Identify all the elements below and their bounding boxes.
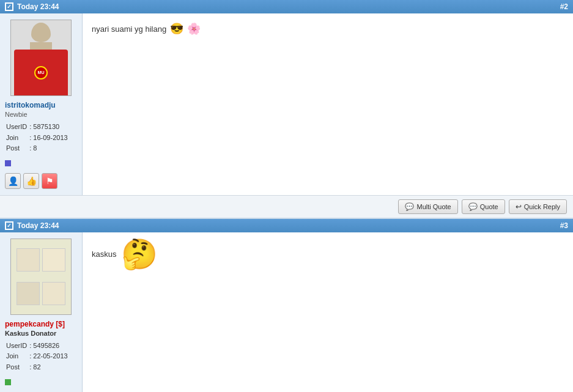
- post-3: ✓ Today 23:44 #3 pempekcandy [$] Kaskus …: [0, 219, 573, 392]
- post-2-avatar: MU: [10, 20, 72, 96]
- post-2-user-info: UserID : 5875130 Join : 16-09-2013 Post …: [5, 122, 77, 154]
- multi-quote-icon: 💬: [405, 202, 414, 211]
- post-3-avatar: [10, 239, 72, 315]
- post-3-text: kaskus: [92, 250, 116, 259]
- post-2-profile-btn[interactable]: 👤: [5, 173, 21, 189]
- post-2-report-btn[interactable]: ⚑: [42, 173, 57, 189]
- profile-icon: 👤: [8, 176, 18, 186]
- post-2-body: MU istritokomadju Newbie UserID : 587513…: [0, 13, 573, 195]
- check-icon: ✓: [5, 2, 13, 11]
- report-icon: ⚑: [46, 176, 54, 186]
- post-3-rep-bar: [5, 379, 11, 385]
- rep-up-icon: 👍: [26, 176, 37, 186]
- post-2-message: nyari suami yg hilang 😎 🌸: [92, 21, 564, 37]
- post-2-header: ✓ Today 23:44 #2: [0, 0, 573, 13]
- post-3-number: #3: [560, 221, 568, 230]
- post-2-quickreply-btn[interactable]: ↩ Quick Reply: [509, 199, 567, 214]
- post-3-check-icon: ✓: [5, 221, 13, 230]
- post-2-emoji1: 😎: [170, 21, 183, 37]
- post-3-emoji: 🤔: [121, 240, 158, 269]
- post-3-body: pempekcandy [$] Kaskus Donator UserID : …: [0, 232, 573, 392]
- post-3-message: kaskus 🤔: [92, 240, 564, 269]
- post-2-emoji2: 🌸: [187, 21, 201, 37]
- post-2: ✓ Today 23:44 #2 MU istritokomadju Newbi…: [0, 0, 573, 218]
- post-3-date: Today 23:44: [17, 221, 59, 230]
- post-2-content: nyari suami yg hilang 😎 🌸: [83, 13, 573, 195]
- post-3-header-left: ✓ Today 23:44: [5, 221, 59, 230]
- post-2-footer: 💬 Multi Quote 💬 Quote ↩ Quick Reply: [0, 195, 573, 218]
- post-2-sidebar: MU istritokomadju Newbie UserID : 587513…: [0, 13, 83, 195]
- post-2-username[interactable]: istritokomadju: [5, 101, 77, 109]
- quick-reply-icon: ↩: [516, 202, 522, 211]
- post-2-header-left: ✓ Today 23:44: [5, 2, 59, 11]
- post-2-rep-btn[interactable]: 👍: [23, 173, 39, 189]
- post-2-quote-btn[interactable]: 💬 Quote: [462, 199, 505, 214]
- post-2-date: Today 23:44: [17, 2, 59, 11]
- quote-icon: 💬: [468, 202, 478, 211]
- post-3-user-info: UserID : 5495826 Join : 22-05-2013 Post …: [5, 341, 77, 373]
- post-3-username[interactable]: pempekcandy [$]: [5, 320, 77, 328]
- post-3-sidebar: pempekcandy [$] Kaskus Donator UserID : …: [0, 232, 83, 392]
- post-3-header: ✓ Today 23:44 #3: [0, 219, 573, 232]
- post-3-rank: Kaskus Donator: [5, 330, 77, 337]
- post-2-rank: Newbie: [5, 111, 77, 118]
- post-2-number: #2: [560, 2, 568, 11]
- post-2-multiquote-btn[interactable]: 💬 Multi Quote: [398, 199, 457, 214]
- post-2-sidebar-actions: 👤 👍 ⚑: [5, 173, 77, 189]
- post-3-content: kaskus 🤔: [83, 232, 573, 392]
- post-2-rep-bar: [5, 160, 11, 166]
